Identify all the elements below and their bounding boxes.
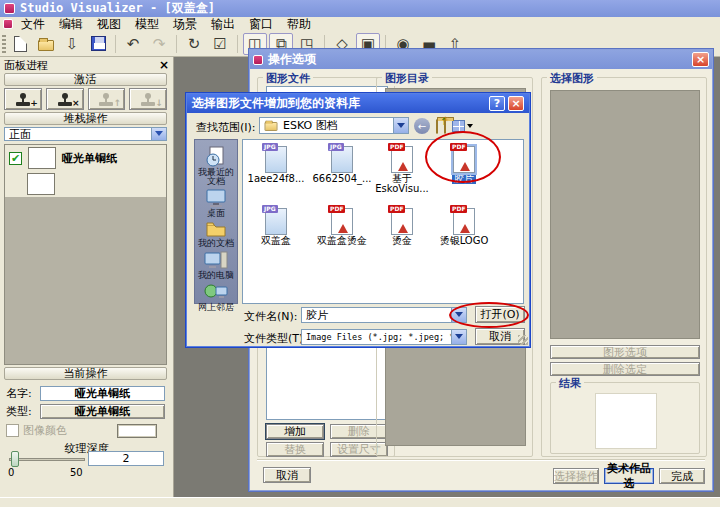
- image-color-swatch[interactable]: [117, 424, 157, 438]
- options-cancel-button[interactable]: 取消: [263, 467, 311, 483]
- file-item[interactable]: JPG 双盖盒: [245, 208, 307, 246]
- remove-selected-button[interactable]: 删除选定: [550, 362, 700, 376]
- replace-button[interactable]: 替换: [266, 442, 324, 457]
- stamp-up-button[interactable]: ↑: [88, 88, 126, 110]
- resize-grip[interactable]: [518, 335, 528, 345]
- pdf-file-icon: PDF: [391, 208, 413, 235]
- layer-thumbnail: [28, 147, 56, 169]
- menu-file[interactable]: 文件: [15, 16, 51, 33]
- image-color-checkbox[interactable]: [6, 424, 19, 437]
- menu-help[interactable]: 帮助: [281, 16, 317, 33]
- new-document-icon[interactable]: [8, 33, 32, 55]
- texture-slider-track[interactable]: [9, 458, 85, 461]
- close-icon[interactable]: ×: [692, 52, 709, 67]
- menu-view[interactable]: 视图: [91, 16, 127, 33]
- menu-scene[interactable]: 场景: [167, 16, 203, 33]
- help-icon[interactable]: ?: [489, 96, 505, 111]
- toolbar-separator: [237, 35, 238, 53]
- layer-checkbox[interactable]: ✔: [9, 152, 22, 165]
- layer-row-matte-paper[interactable]: ✔ 哑光单铜纸: [5, 145, 166, 171]
- menu-model[interactable]: 模型: [129, 16, 165, 33]
- layer-thumbnail: [27, 173, 55, 195]
- jpg-file-icon: JPG: [331, 146, 353, 173]
- file-item-selected[interactable]: PDF 胶片: [433, 146, 495, 184]
- file-list: JPG 1aee24f8... JPG 6662504_... PDF 基于 E…: [242, 139, 524, 304]
- close-icon[interactable]: ×: [508, 96, 524, 111]
- redo-icon[interactable]: ↷: [147, 33, 171, 55]
- image-color-label: 图像颜色: [23, 423, 67, 438]
- refresh-icon[interactable]: ↻: [182, 33, 206, 55]
- look-in-dropdown[interactable]: ESKO 图档: [259, 117, 409, 134]
- dialog-icon: [253, 55, 263, 65]
- menu-output[interactable]: 输出: [205, 16, 241, 33]
- menu-edit[interactable]: 编辑: [53, 16, 89, 33]
- place-my-documents[interactable]: 我的文档: [194, 220, 238, 248]
- import-icon[interactable]: ⇩: [60, 33, 84, 55]
- stamp-icon: [58, 93, 72, 106]
- app-icon: [4, 3, 15, 14]
- select-graphic-label: 选择图形: [547, 71, 597, 86]
- type-button[interactable]: 哑光单铜纸: [40, 404, 165, 419]
- open-icon[interactable]: [34, 33, 58, 55]
- current-operation-bar[interactable]: 当前操作: [4, 367, 167, 380]
- file-item[interactable]: PDF 基于 EskoVisu...: [371, 146, 433, 194]
- stamp-remove-button[interactable]: ×: [46, 88, 84, 110]
- slider-min-label: 0: [8, 467, 14, 478]
- result-group: 结果: [550, 382, 700, 454]
- graphic-options-button[interactable]: 图形选项: [550, 345, 700, 359]
- filename-dropdown[interactable]: 胶片: [301, 307, 467, 323]
- my-documents-icon: [204, 220, 228, 238]
- stamp-add-button[interactable]: +: [4, 88, 42, 110]
- panel-title: 面板进程: [4, 58, 48, 73]
- file-item[interactable]: PDF 烫银LOGO: [433, 208, 495, 246]
- file-item[interactable]: PDF 烫金: [371, 208, 433, 246]
- file-item[interactable]: JPG 6662504_...: [311, 146, 373, 184]
- activate-bar[interactable]: 激活: [4, 73, 167, 86]
- graphic-directory-label: 图形目录: [382, 71, 432, 86]
- place-recent-documents[interactable]: 我最近的文档: [194, 145, 238, 186]
- window-title: Studio Visualizer - [双盖盒]: [20, 0, 215, 17]
- type-label: 类型:: [6, 404, 36, 419]
- name-field[interactable]: 哑光单铜纸: [40, 386, 165, 401]
- artwork-select-button[interactable]: 美术作品选: [604, 468, 654, 484]
- file-item[interactable]: PDF 双盖盒烫金: [311, 208, 373, 246]
- filetype-dropdown[interactable]: Image Files (*.jpg; *.jpeg; *.psd; *.*: [301, 329, 467, 345]
- layer-name: 哑光单铜纸: [62, 151, 117, 166]
- place-desktop[interactable]: 桌面: [194, 188, 238, 218]
- texture-slider-handle[interactable]: [11, 451, 19, 467]
- open-button[interactable]: 打开(O): [475, 306, 525, 323]
- texture-depth-value[interactable]: 2: [88, 451, 164, 466]
- pdf-file-icon: PDF: [453, 208, 475, 235]
- toolbar-separator: [115, 35, 116, 53]
- panel-close-icon[interactable]: ×: [159, 60, 169, 70]
- file-item[interactable]: JPG 1aee24f8...: [245, 146, 307, 184]
- toolbar-grip[interactable]: [2, 35, 6, 53]
- dialog-title-bar: 操作选项 ×: [250, 50, 712, 69]
- stack-operations-bar[interactable]: 堆栈操作: [4, 112, 167, 125]
- stamp-down-button[interactable]: ↓: [129, 88, 167, 110]
- done-button[interactable]: 完成: [659, 468, 705, 484]
- child-window-icon[interactable]: [3, 19, 13, 29]
- stamp-icon: [99, 93, 113, 106]
- new-folder-icon[interactable]: ✳: [444, 120, 446, 133]
- place-my-computer[interactable]: 我的电脑: [194, 250, 238, 280]
- display-options-icon[interactable]: ☑: [208, 33, 232, 55]
- menu-window[interactable]: 窗口: [243, 16, 279, 33]
- dialog-title: 操作选项: [268, 51, 316, 68]
- undo-icon[interactable]: ↶: [121, 33, 145, 55]
- up-one-level-icon[interactable]: ↑: [436, 120, 438, 133]
- select-operation-button[interactable]: 选择操作: [553, 468, 599, 484]
- save-icon[interactable]: [86, 33, 110, 55]
- select-graphic-panel[interactable]: [550, 90, 700, 339]
- menu-bar: 文件 编辑 视图 模型 场景 输出 窗口 帮助: [0, 17, 720, 31]
- layer-row-empty[interactable]: [5, 171, 166, 197]
- back-icon[interactable]: ←: [414, 118, 430, 134]
- view-menu-icon[interactable]: [452, 120, 473, 132]
- look-in-label: 查找范围(I):: [196, 120, 256, 135]
- network-places-icon: [203, 282, 229, 302]
- file-dialog-nav: ← ↑ ✳: [414, 117, 473, 135]
- chevron-down-icon: [451, 330, 466, 344]
- place-network[interactable]: 网上邻居: [194, 282, 238, 312]
- side-select-dropdown[interactable]: 正面: [4, 127, 167, 141]
- add-button[interactable]: 增加: [266, 424, 324, 439]
